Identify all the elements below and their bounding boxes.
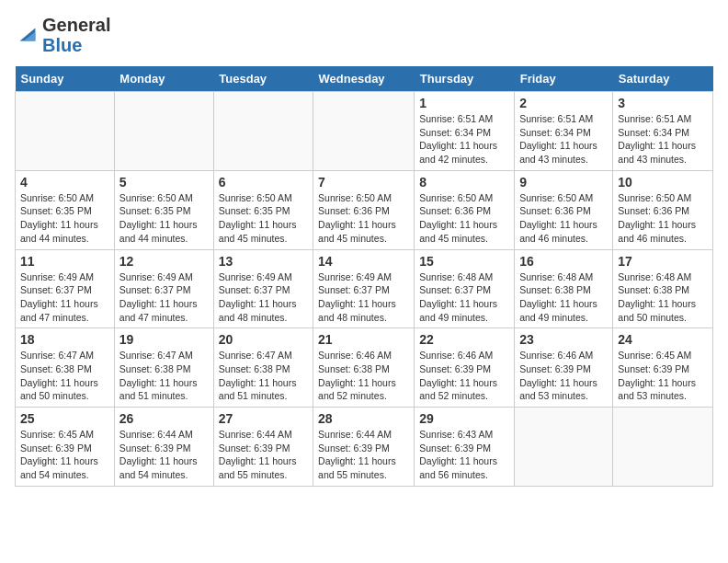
day-info: Sunrise: 6:48 AM Sunset: 6:38 PM Dayligh…	[519, 270, 608, 325]
day-info: Sunrise: 6:44 AM Sunset: 6:39 PM Dayligh…	[119, 428, 209, 482]
week-row-1: 1Sunrise: 6:51 AM Sunset: 6:34 PM Daylig…	[16, 92, 713, 171]
calendar-cell: 28Sunrise: 6:44 AM Sunset: 6:39 PM Dayli…	[313, 408, 415, 487]
day-number: 8	[419, 175, 509, 190]
calendar-cell: 3Sunrise: 6:51 AM Sunset: 6:34 PM Daylig…	[613, 92, 713, 171]
calendar-cell: 16Sunrise: 6:48 AM Sunset: 6:38 PM Dayli…	[515, 249, 613, 328]
day-info: Sunrise: 6:48 AM Sunset: 6:38 PM Dayligh…	[618, 270, 708, 325]
day-header-wednesday: Wednesday	[313, 66, 415, 92]
calendar-cell: 17Sunrise: 6:48 AM Sunset: 6:38 PM Dayli…	[613, 249, 713, 328]
day-info: Sunrise: 6:45 AM Sunset: 6:39 PM Dayligh…	[20, 428, 109, 482]
day-number: 15	[419, 254, 509, 269]
day-info: Sunrise: 6:50 AM Sunset: 6:35 PM Dayligh…	[20, 191, 109, 246]
day-header-friday: Friday	[515, 66, 613, 92]
day-info: Sunrise: 6:49 AM Sunset: 6:37 PM Dayligh…	[219, 270, 308, 325]
day-info: Sunrise: 6:50 AM Sunset: 6:36 PM Dayligh…	[519, 191, 608, 246]
calendar-cell: 18Sunrise: 6:47 AM Sunset: 6:38 PM Dayli…	[16, 328, 115, 408]
day-info: Sunrise: 6:50 AM Sunset: 6:36 PM Dayligh…	[618, 191, 708, 246]
calendar-cell: 27Sunrise: 6:44 AM Sunset: 6:39 PM Dayli…	[213, 408, 313, 487]
day-info: Sunrise: 6:45 AM Sunset: 6:39 PM Dayligh…	[618, 349, 708, 403]
calendar-cell: 11Sunrise: 6:49 AM Sunset: 6:37 PM Dayli…	[16, 249, 115, 328]
day-info: Sunrise: 6:50 AM Sunset: 6:35 PM Dayligh…	[219, 191, 308, 246]
day-info: Sunrise: 6:51 AM Sunset: 6:34 PM Dayligh…	[419, 112, 509, 167]
day-number: 12	[119, 254, 209, 269]
day-number: 7	[318, 175, 409, 190]
calendar-cell	[114, 92, 213, 171]
day-header-sunday: Sunday	[16, 66, 115, 92]
day-header-thursday: Thursday	[415, 66, 515, 92]
calendar-cell: 21Sunrise: 6:46 AM Sunset: 6:38 PM Dayli…	[313, 328, 415, 408]
day-info: Sunrise: 6:50 AM Sunset: 6:35 PM Dayligh…	[119, 191, 209, 246]
day-number: 14	[318, 254, 409, 269]
day-info: Sunrise: 6:46 AM Sunset: 6:38 PM Dayligh…	[318, 349, 409, 403]
day-info: Sunrise: 6:46 AM Sunset: 6:39 PM Dayligh…	[419, 349, 509, 403]
day-number: 5	[119, 175, 209, 190]
calendar-cell: 14Sunrise: 6:49 AM Sunset: 6:37 PM Dayli…	[313, 249, 415, 328]
logo-text-line2: Blue	[42, 35, 110, 55]
calendar-cell: 8Sunrise: 6:50 AM Sunset: 6:36 PM Daylig…	[415, 170, 515, 249]
day-number: 3	[618, 96, 708, 110]
calendar-cell: 29Sunrise: 6:43 AM Sunset: 6:39 PM Dayli…	[415, 408, 515, 487]
day-number: 20	[219, 332, 308, 347]
calendar-cell: 5Sunrise: 6:50 AM Sunset: 6:35 PM Daylig…	[114, 170, 213, 249]
day-number: 28	[318, 411, 409, 426]
calendar-cell: 6Sunrise: 6:50 AM Sunset: 6:35 PM Daylig…	[213, 170, 313, 249]
day-number: 9	[519, 175, 608, 190]
calendar-cell	[213, 92, 313, 171]
calendar-cell: 25Sunrise: 6:45 AM Sunset: 6:39 PM Dayli…	[16, 408, 115, 487]
day-info: Sunrise: 6:44 AM Sunset: 6:39 PM Dayligh…	[219, 428, 308, 482]
day-number: 21	[318, 332, 409, 347]
day-info: Sunrise: 6:44 AM Sunset: 6:39 PM Dayligh…	[318, 428, 409, 482]
day-number: 27	[219, 411, 308, 426]
calendar-cell	[613, 408, 713, 487]
week-row-5: 25Sunrise: 6:45 AM Sunset: 6:39 PM Dayli…	[16, 408, 713, 487]
calendar-header-row: SundayMondayTuesdayWednesdayThursdayFrid…	[16, 66, 713, 92]
day-number: 18	[20, 332, 109, 347]
day-info: Sunrise: 6:51 AM Sunset: 6:34 PM Dayligh…	[519, 112, 608, 167]
day-number: 25	[20, 411, 109, 426]
calendar-cell: 24Sunrise: 6:45 AM Sunset: 6:39 PM Dayli…	[613, 328, 713, 408]
day-info: Sunrise: 6:47 AM Sunset: 6:38 PM Dayligh…	[219, 349, 308, 403]
calendar-cell: 26Sunrise: 6:44 AM Sunset: 6:39 PM Dayli…	[114, 408, 213, 487]
week-row-3: 11Sunrise: 6:49 AM Sunset: 6:37 PM Dayli…	[16, 249, 713, 328]
day-info: Sunrise: 6:50 AM Sunset: 6:36 PM Dayligh…	[419, 191, 509, 246]
day-info: Sunrise: 6:49 AM Sunset: 6:37 PM Dayligh…	[119, 270, 209, 325]
logo-text-line1: General	[42, 15, 110, 35]
day-header-saturday: Saturday	[613, 66, 713, 92]
calendar-cell: 20Sunrise: 6:47 AM Sunset: 6:38 PM Dayli…	[213, 328, 313, 408]
day-number: 6	[219, 175, 308, 190]
calendar-body: 1Sunrise: 6:51 AM Sunset: 6:34 PM Daylig…	[16, 92, 713, 487]
calendar-cell	[313, 92, 415, 171]
day-header-monday: Monday	[114, 66, 213, 92]
day-info: Sunrise: 6:51 AM Sunset: 6:34 PM Dayligh…	[618, 112, 708, 167]
calendar-cell: 1Sunrise: 6:51 AM Sunset: 6:34 PM Daylig…	[415, 92, 515, 171]
calendar-cell: 10Sunrise: 6:50 AM Sunset: 6:36 PM Dayli…	[613, 170, 713, 249]
logo-icon	[15, 20, 40, 46]
day-info: Sunrise: 6:48 AM Sunset: 6:37 PM Dayligh…	[419, 270, 509, 325]
day-number: 10	[618, 175, 708, 190]
day-number: 22	[419, 332, 509, 347]
logo: General Blue	[15, 15, 110, 55]
calendar-table: SundayMondayTuesdayWednesdayThursdayFrid…	[15, 66, 713, 487]
day-number: 4	[20, 175, 109, 190]
day-info: Sunrise: 6:47 AM Sunset: 6:38 PM Dayligh…	[20, 349, 109, 403]
day-number: 16	[519, 254, 608, 269]
day-info: Sunrise: 6:49 AM Sunset: 6:37 PM Dayligh…	[20, 270, 109, 325]
day-info: Sunrise: 6:50 AM Sunset: 6:36 PM Dayligh…	[318, 191, 409, 246]
calendar-cell: 15Sunrise: 6:48 AM Sunset: 6:37 PM Dayli…	[415, 249, 515, 328]
calendar-cell	[515, 408, 613, 487]
calendar-cell: 23Sunrise: 6:46 AM Sunset: 6:39 PM Dayli…	[515, 328, 613, 408]
day-number: 26	[119, 411, 209, 426]
calendar-cell	[16, 92, 115, 171]
day-number: 17	[618, 254, 708, 269]
day-number: 1	[419, 96, 509, 110]
header: General Blue	[15, 15, 713, 55]
day-number: 24	[618, 332, 708, 347]
day-number: 19	[119, 332, 209, 347]
day-number: 29	[419, 411, 509, 426]
calendar-cell: 9Sunrise: 6:50 AM Sunset: 6:36 PM Daylig…	[515, 170, 613, 249]
calendar-cell: 22Sunrise: 6:46 AM Sunset: 6:39 PM Dayli…	[415, 328, 515, 408]
day-info: Sunrise: 6:43 AM Sunset: 6:39 PM Dayligh…	[419, 428, 509, 482]
day-number: 23	[519, 332, 608, 347]
calendar-cell: 19Sunrise: 6:47 AM Sunset: 6:38 PM Dayli…	[114, 328, 213, 408]
calendar-cell: 7Sunrise: 6:50 AM Sunset: 6:36 PM Daylig…	[313, 170, 415, 249]
